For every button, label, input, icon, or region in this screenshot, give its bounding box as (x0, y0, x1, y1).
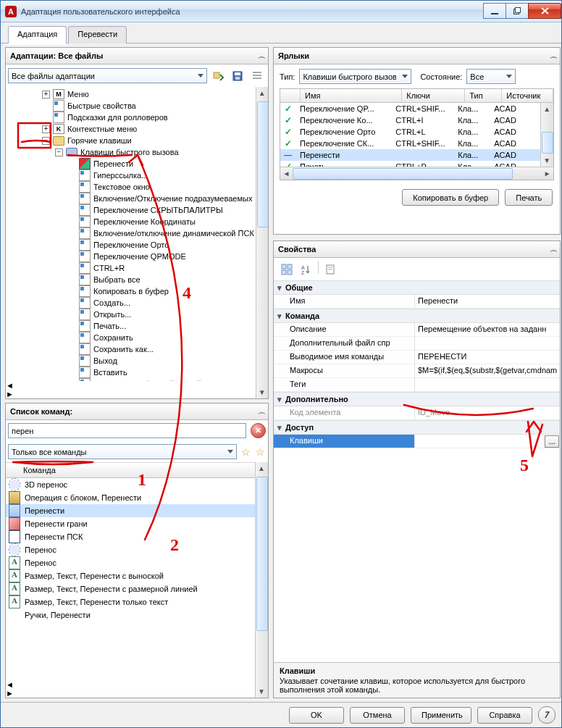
tab-translate[interactable]: Перевести (68, 26, 127, 43)
property-value[interactable]: Перенести (415, 295, 560, 308)
command-row[interactable]: Размер, Текст, Перенести только текст (6, 595, 255, 608)
star-add-icon[interactable] (256, 447, 266, 457)
categorized-view-button[interactable] (278, 261, 295, 277)
command-row[interactable]: 3D перенос (6, 478, 255, 491)
command-list[interactable]: Команда 3D переносОперация с блоком, Пер… (6, 462, 255, 680)
tree-item[interactable]: Вставить (6, 367, 256, 378)
tree-item[interactable]: Текстовое окно (6, 181, 256, 193)
command-row[interactable]: Перенос (6, 543, 255, 556)
type-dropdown[interactable]: Клавиши быстрого вызова (299, 69, 411, 84)
property-row[interactable]: Макросы$M=$(if,$(eq,$(substr,$(getvar,cm… (274, 364, 560, 378)
expander-icon[interactable]: + (42, 91, 50, 99)
tree-item[interactable]: Подсказки для ролловеров (6, 112, 256, 123)
tree-item[interactable]: +MМеню (6, 88, 256, 100)
command-filter-dropdown[interactable]: Только все команды (8, 444, 237, 459)
ok-button[interactable]: OK (289, 707, 344, 724)
cancel-button[interactable]: Отмена (350, 707, 405, 724)
command-row[interactable]: Перенести ПСК (6, 530, 255, 543)
property-category[interactable]: ▾Общие (274, 280, 560, 295)
tree-item[interactable]: Копировать в буфер (6, 285, 256, 297)
tree-item[interactable]: Сохранить как... (6, 343, 256, 355)
tree-item[interactable]: Переключение QPMODE (6, 251, 256, 262)
shortcut-row[interactable]: ✓ПечатьCTRL+PКла...ACAD (280, 161, 540, 167)
window-minimize-button[interactable] (483, 3, 506, 19)
property-category[interactable]: ▾Дополнительно (274, 392, 560, 406)
col-keys[interactable]: Ключи (402, 89, 465, 102)
property-row[interactable]: Теги (274, 378, 560, 392)
files-dropdown[interactable]: Все файлы адаптации (8, 68, 207, 83)
clear-search-button[interactable]: ✕ (251, 423, 266, 438)
state-dropdown[interactable]: Все (466, 69, 516, 84)
tree-item[interactable]: CTRL+R (6, 262, 256, 274)
tree-item[interactable]: Включение/Отключение подразумеваемых (6, 193, 256, 204)
col-name[interactable]: Имя (301, 89, 402, 102)
command-row[interactable]: Перенести (6, 504, 255, 517)
command-search-input[interactable] (8, 423, 246, 438)
property-pages-button[interactable] (322, 261, 340, 277)
expander-icon[interactable]: − (55, 148, 63, 156)
shortcut-row[interactable]: ✓Переключение QP...CTRL+SHIF...Кла...ACA… (280, 103, 540, 114)
window-close-button[interactable] (528, 3, 561, 19)
tree-item[interactable]: −Клавиши быстрого вызова (6, 146, 256, 158)
tree-item[interactable]: Гиперссылка... (6, 170, 256, 181)
tree-item[interactable]: Перенести (6, 158, 256, 170)
expander-icon[interactable]: − (42, 137, 50, 145)
tree-item[interactable]: Выбрать все (6, 274, 256, 285)
context-help-button[interactable] (538, 706, 555, 724)
tree-item[interactable]: Переключение Орто (6, 239, 256, 251)
horizontal-scrollbar[interactable]: ◄ ► (6, 381, 256, 398)
property-grid[interactable]: ▾ОбщиеИмяПеренести▾КомандаОписаниеПереме… (274, 280, 560, 662)
window-maximize-button[interactable] (506, 3, 529, 19)
property-value[interactable]: ПЕРЕНЕСТИ (415, 351, 560, 364)
shortcuts-grid[interactable]: Имя Ключи Тип Источник ✓Переключение QP.… (280, 88, 554, 180)
shortcut-row[interactable]: ✓Переключение СК...CTRL+SHIF...Кла...ACA… (280, 138, 540, 149)
tab-adapt[interactable]: Адаптация (8, 26, 67, 43)
col-source[interactable]: Источник (502, 89, 553, 102)
collapse-icon[interactable]: ︽ (258, 52, 264, 59)
property-value[interactable]: ID_Move (415, 406, 560, 419)
tree-item[interactable]: Создать... (6, 297, 256, 309)
command-row[interactable]: Ручки, Перенести (6, 608, 255, 622)
property-row[interactable]: Клавиши... (274, 435, 560, 448)
import-button[interactable] (209, 67, 227, 84)
print-button[interactable]: Печать (505, 189, 553, 206)
property-row[interactable]: ИмяПеренести (274, 295, 560, 309)
list-view-button[interactable] (248, 67, 266, 84)
vertical-scrollbar[interactable]: ▲ ▼ (255, 462, 268, 698)
command-row[interactable]: Размер, Текст, Перенести с выноской (6, 569, 255, 582)
cui-tree[interactable]: +MМенюБыстрые свойстваПодсказки для ролл… (6, 87, 256, 381)
tree-item[interactable]: Переключение СКРЫТЬПАЛИТРЫ (6, 204, 256, 216)
tree-item[interactable]: Переключение Координаты (6, 216, 256, 227)
col-type[interactable]: Тип (465, 89, 502, 102)
tree-item[interactable]: Включение/отключение динамической ПСК (6, 227, 256, 239)
property-category[interactable]: ▾Команда (274, 309, 560, 323)
save-button[interactable] (229, 67, 246, 84)
vertical-scrollbar[interactable]: ▲ ▼ (256, 87, 268, 398)
alphabetical-view-button[interactable]: AZ (297, 261, 314, 277)
collapse-icon[interactable]: ︽ (550, 52, 555, 59)
tree-item[interactable]: Печать... (6, 320, 256, 332)
tree-item[interactable]: Открыть... (6, 309, 256, 320)
collapse-icon[interactable]: ︽ (258, 408, 264, 415)
property-value[interactable] (415, 337, 560, 350)
command-row[interactable]: Размер, Текст, Перенести с размерной лин… (6, 582, 255, 595)
command-row[interactable]: Перенести грани (6, 517, 255, 530)
property-row[interactable]: Дополнительный файл спр (274, 337, 560, 351)
property-row[interactable]: Код элементаID_Move (274, 406, 560, 420)
shortcut-row[interactable]: ✓Переключение Ко...CTRL+IКла...ACAD (280, 114, 540, 126)
tree-item[interactable]: Быстрые свойства (6, 100, 256, 112)
collapse-icon[interactable]: ︽ (550, 246, 555, 253)
horizontal-scrollbar[interactable]: ◄ ► (280, 167, 553, 180)
tree-item[interactable]: +KКонтекстные меню (6, 123, 256, 135)
vertical-scrollbar[interactable]: ▲ ▼ (540, 103, 553, 167)
copy-to-clipboard-button[interactable]: Копировать в буфер (402, 189, 499, 206)
property-row[interactable]: ОписаниеПеремещение объектов на заданн (274, 323, 560, 337)
expander-icon[interactable]: + (42, 125, 50, 133)
property-value[interactable]: ... (415, 435, 560, 448)
tree-item[interactable]: Сохранить (6, 332, 256, 343)
property-value[interactable]: Перемещение объектов на заданн (415, 323, 560, 336)
property-value[interactable] (415, 378, 560, 391)
shortcut-row[interactable]: ✓Переключение ОртоCTRL+LКла...ACAD (280, 126, 540, 138)
command-row[interactable]: Операция с блоком, Перенести (6, 491, 255, 504)
apply-button[interactable]: Применить (411, 707, 471, 724)
